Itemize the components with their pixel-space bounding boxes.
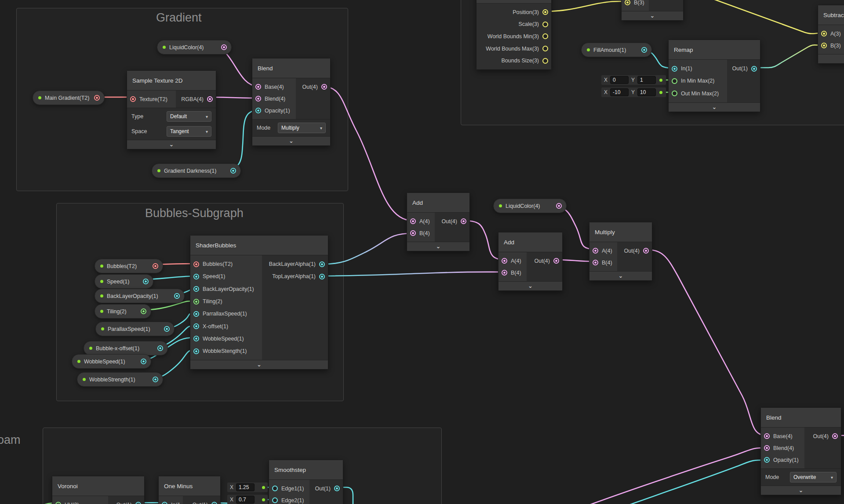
pill-port[interactable] [174, 293, 180, 299]
port-xoffset-input[interactable] [193, 323, 199, 329]
node-blend-2[interactable]: Blend Base(4) Blend(4) Opacity(1) Out(4)… [760, 407, 841, 495]
group-gradient-title[interactable]: Gradient [156, 11, 202, 25]
x-value-field[interactable]: 0 [610, 76, 629, 84]
port-wobblestrength-input[interactable] [193, 348, 199, 354]
collapse-chevron[interactable]: ⌄ [190, 360, 328, 369]
pill-tiling[interactable]: Tiling(2) [95, 304, 151, 319]
port-a-input[interactable] [502, 258, 507, 264]
port-outminmax-input[interactable] [672, 91, 677, 96]
port-toplayeralpha-output[interactable] [319, 274, 325, 279]
collapse-chevron[interactable]: ⌄ [127, 140, 216, 149]
pill-backlayeropacity[interactable]: BackLayerOpacity(1) [95, 289, 185, 303]
collapse-chevron[interactable]: ⌄ [498, 281, 562, 290]
collapse-chevron[interactable]: ⌄ [622, 11, 683, 20]
mode-dropdown[interactable]: Overwrite▾ [790, 472, 837, 482]
collapse-chevron[interactable]: ⌄ [818, 54, 844, 63]
x-value-field[interactable]: 1.25 [236, 483, 255, 491]
pill-port[interactable] [153, 377, 158, 382]
pill-port[interactable] [157, 345, 163, 351]
pill-port[interactable] [230, 168, 236, 174]
shader-graph-canvas[interactable]: Gradient Bubbles-Subgraph oam [0, 0, 844, 504]
group-bubbles-subgraph-title[interactable]: Bubbles-Subgraph [145, 207, 244, 220]
pill-wobblestrength[interactable]: WobbleStrength(1) [77, 372, 163, 387]
collapse-chevron[interactable]: ⌄ [407, 242, 469, 251]
port-position-output[interactable] [542, 9, 548, 15]
collapse-chevron[interactable]: ⌄ [589, 271, 652, 280]
port-out-output[interactable] [643, 248, 649, 254]
node-subtract[interactable]: Subtract A(3) B(3) ⌄ [818, 5, 844, 64]
node-one-minus[interactable]: One Minus In(1) Out(1) [158, 476, 221, 504]
y-value-field[interactable]: 1 [637, 76, 656, 84]
port-opacity-input[interactable] [764, 457, 770, 463]
port-worldboundsmin-output[interactable] [542, 33, 548, 39]
pill-port[interactable] [141, 308, 146, 314]
port-backlayeralpha-output[interactable] [319, 261, 325, 267]
remap-outminmax-widget[interactable]: X-10 Y10 [601, 87, 666, 97]
port-a-input[interactable] [410, 218, 416, 224]
port-b-input[interactable] [593, 260, 598, 265]
node-sample-texture-2d[interactable]: Sample Texture 2D Texture(T2) RGBA(4) Ty… [127, 70, 216, 149]
port-out-output[interactable] [461, 218, 466, 224]
port-speed-input[interactable] [193, 274, 199, 279]
pill-port[interactable] [143, 279, 149, 284]
wire-bottom-blend2-blend[interactable] [588, 448, 766, 504]
pill-gradient-darkness[interactable]: Gradient Darkness(1) [152, 163, 241, 178]
port-a-input[interactable] [593, 248, 598, 254]
node-blend-1[interactable]: Blend Base(4) Blend(4) Opacity(1) Out(4)… [252, 58, 331, 146]
port-base-input[interactable] [255, 84, 261, 90]
pill-port[interactable] [641, 47, 647, 53]
port-blend-input[interactable] [255, 96, 261, 102]
port-inminmax-input[interactable] [672, 78, 677, 84]
pill-liquidcolor-1[interactable]: LiquidColor(4) [157, 40, 232, 54]
port-out-output[interactable] [751, 66, 757, 72]
collapse-chevron[interactable]: ⌄ [669, 102, 760, 112]
port-b-input[interactable] [502, 270, 507, 276]
pill-port[interactable] [94, 95, 100, 101]
pill-port[interactable] [153, 263, 158, 269]
pill-port[interactable] [556, 203, 562, 209]
port-b-input[interactable] [625, 0, 630, 5]
node-add-1[interactable]: Add A(4) B(4) Out(4) ⌄ [407, 192, 470, 251]
port-out-output[interactable] [135, 502, 141, 504]
pill-liquidcolor-2[interactable]: LiquidColor(4) [493, 199, 567, 213]
node-remap[interactable]: Remap In(1) In Min Max(2) Out Min Max(2)… [668, 40, 760, 112]
port-out-output[interactable] [321, 84, 327, 90]
y-value-field[interactable]: 10 [637, 88, 656, 96]
port-out-output[interactable] [334, 486, 340, 491]
pill-main-gradient[interactable]: Main Gradient(T2) [33, 91, 105, 105]
port-out-output[interactable] [832, 433, 838, 439]
pill-bubble-x-offset[interactable]: Bubble-x-offset(1) [84, 341, 168, 355]
port-uv-input[interactable] [55, 502, 61, 504]
wire-toplayeralpha-add2[interactable] [322, 272, 505, 276]
pill-wobblespeed[interactable]: WobbleSpeed(1) [72, 354, 151, 369]
x-value-field[interactable]: 0.7 [236, 496, 255, 504]
pill-speed[interactable]: Speed(1) [95, 274, 153, 289]
port-out-output[interactable] [211, 502, 217, 504]
x-value-field[interactable]: -10 [610, 88, 629, 96]
port-scale-output[interactable] [542, 22, 548, 27]
node-voronoi[interactable]: Voronoi UV(2) Out(1) [52, 476, 145, 504]
port-edge2-input[interactable] [272, 497, 278, 503]
port-b-input[interactable] [410, 230, 416, 236]
port-opacity-input[interactable] [255, 108, 261, 113]
pill-parallaxspeed[interactable]: ParallaxSpeed(1) [95, 322, 175, 336]
node-add-2[interactable]: Add A(4) B(4) Out(4) ⌄ [498, 232, 563, 291]
wire-multiply-blend2[interactable] [645, 250, 766, 435]
pill-fillamount[interactable]: FillAmount(1) [581, 43, 652, 57]
port-blend-input[interactable] [764, 445, 770, 451]
pill-bubbles[interactable]: Bubbles(T2) [95, 259, 163, 273]
pill-port[interactable] [141, 359, 146, 364]
port-bubbles-input[interactable] [193, 261, 199, 267]
node-multiply[interactable]: Multiply A(4) B(4) Out(4) ⌄ [589, 222, 652, 281]
port-in-input[interactable] [672, 66, 677, 72]
node-object-bounds[interactable]: Position(3) Scale(3) World Bounds Min(3)… [476, 0, 552, 70]
type-dropdown[interactable]: Default▾ [167, 111, 211, 122]
port-edge1-input[interactable] [272, 486, 278, 491]
collapse-chevron[interactable]: ⌄ [252, 136, 330, 145]
wire-bottom-blend2-opacity[interactable] [628, 460, 766, 504]
port-worldboundsmax-output[interactable] [542, 46, 548, 51]
port-wobblespeed-input[interactable] [193, 336, 199, 341]
port-boundssize-output[interactable] [542, 58, 548, 64]
port-out-output[interactable] [553, 258, 559, 264]
port-backlayeropacity-input[interactable] [193, 286, 199, 292]
